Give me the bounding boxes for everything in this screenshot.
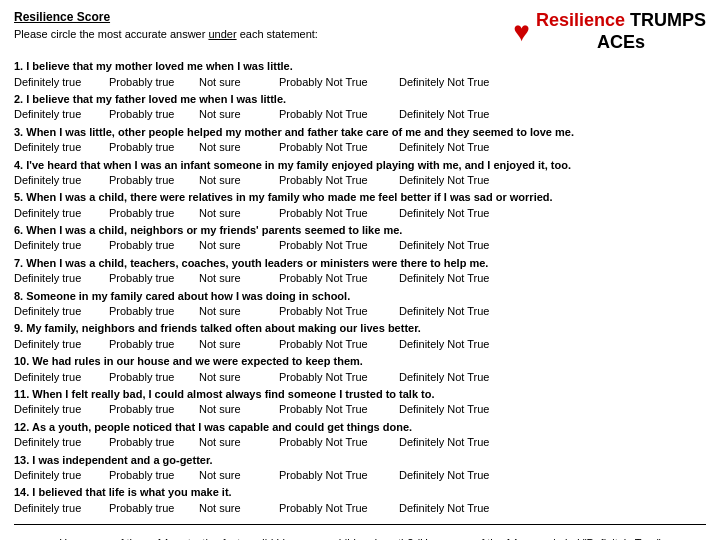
option-prob-true-1: Probably true xyxy=(109,75,199,90)
option-not-sure-10: Not sure xyxy=(199,370,279,385)
statement-text-7: 7. When I was a child, teachers, coaches… xyxy=(14,256,706,271)
statement-text-13: 13. I was independent and a go-getter. xyxy=(14,453,706,468)
option-prob-not-5: Probably Not True xyxy=(279,206,399,221)
option-def-true-5: Definitely true xyxy=(14,206,109,221)
statement-group-11: 11. When I felt really bad, I could almo… xyxy=(14,387,706,418)
option-not-sure-3: Not sure xyxy=(199,140,279,155)
statement-text-3: 3. When I was little, other people helpe… xyxy=(14,125,706,140)
option-prob-not-4: Probably Not True xyxy=(279,173,399,188)
option-not-sure-2: Not sure xyxy=(199,107,279,122)
option-def-true-8: Definitely true xyxy=(14,304,109,319)
options-row-1: Definitely true Probably true Not sure P… xyxy=(14,75,706,90)
options-row-13: Definitely true Probably true Not sure P… xyxy=(14,468,706,483)
options-row-10: Definitely true Probably true Not sure P… xyxy=(14,370,706,385)
option-def-not-5: Definitely Not True xyxy=(399,206,519,221)
statement-group-10: 10. We had rules in our house and we wer… xyxy=(14,354,706,385)
trumps-word: TRUMPS xyxy=(625,10,706,30)
statement-group-5: 5. When I was a child, there were relati… xyxy=(14,190,706,221)
option-prob-true-5: Probably true xyxy=(109,206,199,221)
option-prob-not-2: Probably Not True xyxy=(279,107,399,122)
subtitle-rest: each statement: xyxy=(240,28,318,40)
footer-section: How many of these 14 protective factors … xyxy=(14,535,706,540)
option-prob-true-2: Probably true xyxy=(109,107,199,122)
option-prob-true-10: Probably true xyxy=(109,370,199,385)
statement-text-9: 9. My family, neighbors and friends talk… xyxy=(14,321,706,336)
option-def-not-1: Definitely Not True xyxy=(399,75,519,90)
option-def-not-11: Definitely Not True xyxy=(399,402,519,417)
option-def-true-1: Definitely true xyxy=(14,75,109,90)
option-not-sure-11: Not sure xyxy=(199,402,279,417)
trumps-text: Resilience TRUMPS ACEs xyxy=(536,10,706,53)
options-row-14: Definitely true Probably true Not sure P… xyxy=(14,501,706,516)
options-row-3: Definitely true Probably true Not sure P… xyxy=(14,140,706,155)
option-prob-not-3: Probably Not True xyxy=(279,140,399,155)
option-prob-not-9: Probably Not True xyxy=(279,337,399,352)
option-def-true-11: Definitely true xyxy=(14,402,109,417)
resilience-word: Resilience xyxy=(536,10,625,30)
option-not-sure-9: Not sure xyxy=(199,337,279,352)
options-row-12: Definitely true Probably true Not sure P… xyxy=(14,435,706,450)
option-def-not-6: Definitely Not True xyxy=(399,238,519,253)
option-prob-not-13: Probably Not True xyxy=(279,468,399,483)
option-def-true-14: Definitely true xyxy=(14,501,109,516)
statement-text-4: 4. I've heard that when I was an infant … xyxy=(14,158,706,173)
resilience-score-title: Resilience Score xyxy=(14,10,318,24)
options-row-8: Definitely true Probably true Not sure P… xyxy=(14,304,706,319)
statement-text-10: 10. We had rules in our house and we wer… xyxy=(14,354,706,369)
options-row-6: Definitely true Probably true Not sure P… xyxy=(14,238,706,253)
trumps-line1: Resilience TRUMPS xyxy=(536,10,706,32)
option-prob-true-4: Probably true xyxy=(109,173,199,188)
option-prob-true-3: Probably true xyxy=(109,140,199,155)
header-right: ♥ Resilience TRUMPS ACEs xyxy=(513,10,706,53)
option-not-sure-8: Not sure xyxy=(199,304,279,319)
statement-group-12: 12. As a youth, people noticed that I wa… xyxy=(14,420,706,451)
option-not-sure-14: Not sure xyxy=(199,501,279,516)
divider xyxy=(14,524,706,525)
option-prob-not-8: Probably Not True xyxy=(279,304,399,319)
option-def-not-14: Definitely Not True xyxy=(399,501,519,516)
statement-group-13: 13. I was independent and a go-getter. D… xyxy=(14,453,706,484)
statement-group-1: 1. I believe that my mother loved me whe… xyxy=(14,59,706,90)
option-prob-not-11: Probably Not True xyxy=(279,402,399,417)
aces-word: ACEs xyxy=(536,32,706,54)
option-prob-true-7: Probably true xyxy=(109,271,199,286)
statement-text-2: 2. I believe that my father loved me whe… xyxy=(14,92,706,107)
statement-text-6: 6. When I was a child, neighbors or my f… xyxy=(14,223,706,238)
statement-group-6: 6. When I was a child, neighbors or my f… xyxy=(14,223,706,254)
statement-group-9: 9. My family, neighbors and friends talk… xyxy=(14,321,706,352)
statements-section: 1. I believe that my mother loved me whe… xyxy=(14,59,706,516)
option-not-sure-13: Not sure xyxy=(199,468,279,483)
option-prob-not-14: Probably Not True xyxy=(279,501,399,516)
statement-text-14: 14. I believed that life is what you mak… xyxy=(14,485,706,500)
subtitle-underline: under xyxy=(208,28,236,40)
option-prob-true-11: Probably true xyxy=(109,402,199,417)
options-row-2: Definitely true Probably true Not sure P… xyxy=(14,107,706,122)
option-not-sure-5: Not sure xyxy=(199,206,279,221)
options-row-9: Definitely true Probably true Not sure P… xyxy=(14,337,706,352)
statement-text-8: 8. Someone in my family cared about how … xyxy=(14,289,706,304)
options-row-7: Definitely true Probably true Not sure P… xyxy=(14,271,706,286)
option-not-sure-12: Not sure xyxy=(199,435,279,450)
statement-text-11: 11. When I felt really bad, I could almo… xyxy=(14,387,706,402)
option-def-not-7: Definitely Not True xyxy=(399,271,519,286)
option-prob-not-12: Probably Not True xyxy=(279,435,399,450)
option-not-sure-1: Not sure xyxy=(199,75,279,90)
option-def-not-12: Definitely Not True xyxy=(399,435,519,450)
statement-text-5: 5. When I was a child, there were relati… xyxy=(14,190,706,205)
option-not-sure-4: Not sure xyxy=(199,173,279,188)
options-row-11: Definitely true Probably true Not sure P… xyxy=(14,402,706,417)
option-def-true-3: Definitely true xyxy=(14,140,109,155)
option-prob-not-6: Probably Not True xyxy=(279,238,399,253)
statement-group-4: 4. I've heard that when I was an infant … xyxy=(14,158,706,189)
statement-group-2: 2. I believe that my father loved me whe… xyxy=(14,92,706,123)
option-not-sure-6: Not sure xyxy=(199,238,279,253)
subtitle: Please circle the most accurate answer u… xyxy=(14,28,318,40)
option-prob-true-9: Probably true xyxy=(109,337,199,352)
option-prob-true-13: Probably true xyxy=(109,468,199,483)
options-row-5: Definitely true Probably true Not sure P… xyxy=(14,206,706,221)
statement-group-3: 3. When I was little, other people helpe… xyxy=(14,125,706,156)
option-prob-not-1: Probably Not True xyxy=(279,75,399,90)
footer-line-1: How many of these 14 protective factors … xyxy=(14,535,706,540)
option-not-sure-7: Not sure xyxy=(199,271,279,286)
page-header: Resilience Score Please circle the most … xyxy=(14,10,706,53)
